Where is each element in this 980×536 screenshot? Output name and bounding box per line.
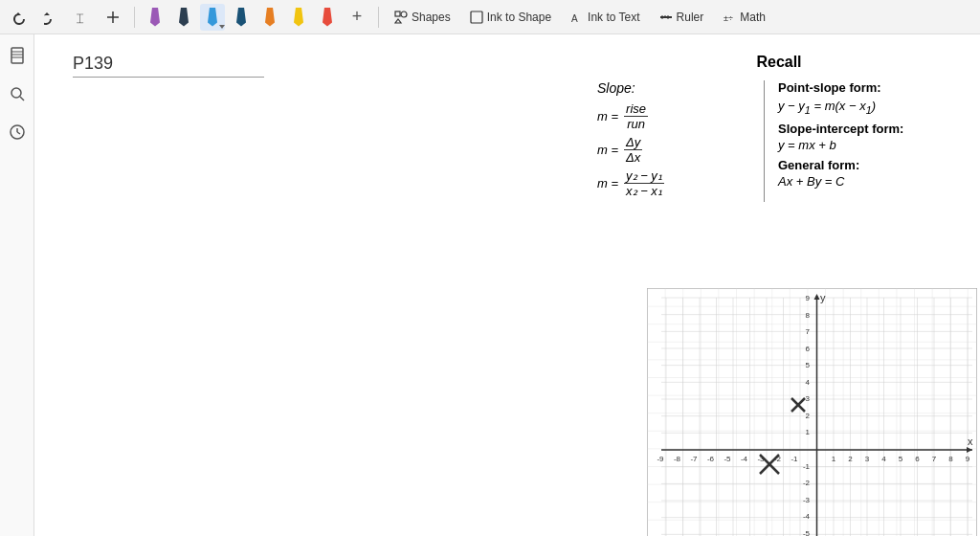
y-label--1: -1 [803, 462, 811, 471]
main-content: P139 Recall Slope: m = rise run m = [34, 34, 980, 536]
general-title: General form: [778, 158, 961, 172]
y-label-4: 4 [806, 378, 811, 387]
svg-point-4 [401, 11, 407, 17]
pen-orange[interactable] [257, 4, 282, 31]
undo-button[interactable] [8, 4, 34, 31]
y-label--2: -2 [803, 479, 811, 487]
x-axis-label: x [968, 436, 973, 447]
svg-rect-6 [471, 11, 482, 23]
svg-rect-24 [647, 288, 977, 536]
y-label-7: 7 [806, 327, 811, 336]
frac-two-point: y₂ − y₁ x₂ − x₁ [624, 168, 664, 198]
page-title-underline [73, 77, 264, 78]
redo-button[interactable] [38, 4, 65, 31]
add-pen-button[interactable]: + [344, 4, 370, 31]
pen-dark[interactable] [171, 4, 196, 31]
svg-marker-5 [395, 19, 401, 23]
slope-intercept-title: Slope-intercept form: [778, 122, 961, 136]
frac-rise-run: rise run [624, 101, 648, 131]
recall-box: Recall Slope: m = rise run m = Δy [597, 54, 961, 202]
graph-container: x y -9 -8 -7 -6 -5 -4 -3 -2 -1 1 2 3 4 5… [647, 288, 977, 536]
shapes-button[interactable]: Shapes [387, 4, 458, 31]
x-label--9: -9 [657, 455, 664, 463]
ink-to-text-button[interactable]: A Ink to Text [563, 4, 647, 31]
x-label-7: 7 [932, 455, 937, 463]
svg-text:⌶: ⌶ [77, 11, 84, 25]
vertical-divider [764, 80, 765, 202]
x-label-4: 4 [881, 455, 886, 463]
move-button[interactable] [100, 4, 126, 31]
svg-text:±÷: ±÷ [724, 13, 733, 23]
slope-label: Slope: [597, 80, 741, 96]
svg-line-18 [20, 97, 24, 100]
x-label-8: 8 [948, 455, 953, 463]
x-label--1: -1 [791, 455, 798, 463]
sidebar [0, 34, 34, 536]
frac-num-rise: rise [624, 101, 648, 117]
x-label-6: 6 [915, 455, 920, 463]
coordinate-graph: x y -9 -8 -7 -6 -5 -4 -3 -2 -1 1 2 3 4 5… [647, 288, 977, 536]
y-label-5: 5 [806, 361, 811, 369]
frac-den-x2x1: x₂ − x₁ [624, 184, 664, 198]
pen-purple[interactable] [143, 4, 167, 31]
x-label-2: 2 [848, 455, 853, 463]
page-title: P139 [73, 54, 113, 74]
formula-two-point: m = y₂ − y₁ x₂ − x₁ [597, 168, 741, 198]
toolbar: ⌶ + Shapes Ink to Shape A [0, 0, 980, 34]
forms-section: Point-slope form: y − y1 = m(x − x1) Slo… [778, 80, 961, 202]
x-label--7: -7 [690, 455, 698, 463]
pen-blue[interactable] [200, 4, 225, 31]
y-label-9: 9 [806, 294, 811, 302]
y-label--3: -3 [803, 496, 811, 504]
frac-num-y2y1: y₂ − y₁ [624, 168, 664, 184]
math-label: Math [740, 11, 766, 24]
y-label--5: -5 [803, 529, 811, 536]
y-axis-label: y [820, 292, 826, 303]
slope-intercept-eq: y = mx + b [778, 138, 961, 152]
x-label--6: -6 [707, 455, 715, 463]
ink-to-text-label: Ink to Text [588, 11, 639, 24]
x-label--8: -8 [674, 455, 681, 463]
y-label-3: 3 [806, 394, 811, 403]
ruler-label: Ruler [677, 11, 704, 24]
svg-point-17 [11, 88, 21, 98]
pen-yellow[interactable] [286, 4, 311, 31]
m-eq-2: m = [597, 143, 618, 157]
y-label-6: 6 [806, 345, 811, 353]
frac-den-run: run [625, 117, 647, 131]
x-label-5: 5 [899, 455, 903, 463]
lasso-select-button[interactable]: ⌶ [69, 4, 96, 31]
frac-num-dy: Δy [624, 135, 642, 150]
pen-darkblue[interactable] [229, 4, 254, 31]
math-button[interactable]: ±÷ Math [715, 4, 773, 31]
svg-rect-3 [395, 11, 400, 16]
svg-line-21 [17, 132, 20, 134]
ruler-button[interactable]: Ruler [652, 4, 712, 31]
formula-delta: m = Δy Δx [597, 135, 741, 165]
pen-red[interactable] [315, 4, 340, 31]
m-eq-3: m = [597, 176, 618, 190]
x-label--5: -5 [724, 455, 731, 463]
y-label--4: -4 [803, 512, 811, 521]
general-eq: Ax + By = C [778, 174, 961, 189]
ink-to-shape-button[interactable]: Ink to Shape [462, 4, 559, 31]
x-label--4: -4 [741, 455, 748, 463]
history-icon[interactable] [4, 119, 31, 145]
sep2 [378, 7, 379, 28]
slope-section: Slope: m = rise run m = Δy Δx [597, 80, 750, 202]
x-label-9: 9 [966, 455, 970, 463]
sep1 [134, 7, 135, 28]
notebook-icon[interactable] [4, 42, 31, 69]
x-label-1: 1 [832, 455, 836, 463]
svg-rect-13 [11, 48, 23, 63]
search-icon[interactable] [4, 80, 31, 107]
x-label-3: 3 [865, 455, 870, 463]
frac-delta: Δy Δx [624, 135, 642, 165]
point-slope-title: Point-slope form: [778, 80, 961, 95]
y-label-2: 2 [806, 412, 811, 420]
formula-rise-run: m = rise run [597, 101, 741, 131]
ink-to-shape-label: Ink to Shape [487, 11, 551, 24]
recall-title: Recall [597, 54, 961, 71]
shapes-label: Shapes [412, 11, 451, 24]
m-eq-1: m = [597, 109, 618, 123]
